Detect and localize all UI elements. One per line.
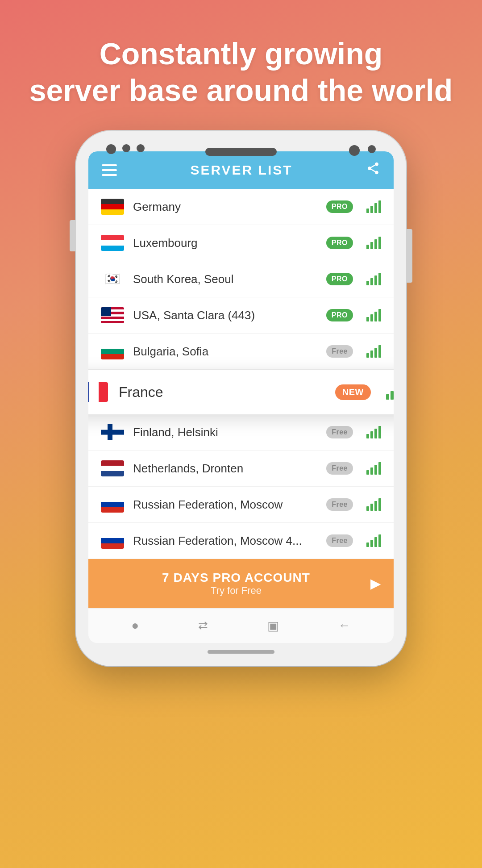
cta-arrow-icon: ▶ (370, 576, 380, 591)
signal-bar-2 (370, 242, 373, 249)
signal-bar-1 (366, 506, 369, 511)
server-item-southkorea[interactable]: South Korea, Seoul PRO (88, 261, 394, 297)
signal-bar-1 (366, 281, 369, 285)
headline-line2: server base around the world (29, 73, 453, 107)
signal-bar-1 (366, 542, 369, 547)
phone-camera (349, 145, 360, 156)
flag-stripe-2 (101, 240, 124, 246)
signal-bar-3 (374, 312, 377, 321)
signal-bar-2 (391, 391, 394, 400)
phone-dot-1 (106, 144, 116, 154)
signal-bar-4 (378, 462, 381, 475)
badge-free-russia2: Free (326, 534, 353, 547)
phone-mockup: SERVER LIST Germany PRO (76, 131, 406, 666)
server-list-title: SERVER LIST (190, 163, 292, 178)
side-button-right (406, 229, 412, 283)
flag-stripe-2 (101, 502, 124, 507)
server-item-russia1[interactable]: Russian Federation, Moscow Free (88, 487, 394, 523)
flag-stripe-2 (101, 538, 124, 543)
badge-pro-germany: PRO (326, 200, 353, 213)
france-popup-inner: France NEW (88, 370, 394, 414)
cta-text-block: 7 DAYS PRO ACCOUNT Try for Free (102, 571, 370, 597)
phone-dot-4 (368, 145, 376, 153)
signal-bar-1 (366, 434, 369, 438)
cta-sub-text: Try for Free (102, 585, 370, 597)
app-header: SERVER LIST (88, 151, 394, 189)
signal-bar-2 (370, 278, 373, 285)
usa-stripe-7 (101, 321, 124, 323)
nav-icon-square[interactable]: ▣ (267, 618, 279, 633)
server-item-germany[interactable]: Germany PRO (88, 189, 394, 225)
fi-cross-h (101, 430, 124, 435)
signal-bar-4 (378, 237, 381, 249)
flag-netherlands (101, 460, 124, 476)
server-name-usa: USA, Santa Clara (443) (133, 309, 317, 322)
signal-bar-3 (374, 348, 377, 358)
bottom-navigation: ● ⇄ ▣ ← (88, 608, 394, 643)
share-icon[interactable] (366, 161, 380, 179)
server-item-usa[interactable]: USA, Santa Clara (443) PRO (88, 297, 394, 334)
server-name-russia2: Russian Federation, Moscow 4... (133, 534, 317, 548)
phone-bottom-bar (88, 650, 394, 654)
nav-icon-back[interactable]: ← (338, 618, 351, 633)
phone-dot-2 (122, 144, 130, 152)
signal-bar-4 (378, 345, 381, 358)
server-item-finland[interactable]: Finland, Helsinki Free (88, 414, 394, 451)
signal-finland (366, 426, 381, 438)
server-name-france: France (119, 384, 324, 401)
signal-bar-3 (374, 429, 377, 438)
badge-free-netherlands: Free (326, 462, 353, 475)
signal-bar-1 (366, 470, 369, 475)
app-screen: SERVER LIST Germany PRO (88, 151, 394, 643)
signal-bar-4 (378, 534, 381, 547)
signal-bar-2 (370, 467, 373, 475)
badge-pro-luxembourg: PRO (326, 237, 353, 249)
badge-free-finland: Free (326, 426, 353, 438)
server-name-luxembourg: Luxembourg (133, 236, 317, 250)
badge-free-bulgaria: Free (326, 345, 353, 358)
hamburger-line-3 (102, 174, 117, 176)
flag-bulgaria (101, 343, 124, 359)
server-name-finland: Finland, Helsinki (133, 426, 317, 439)
signal-bar-2 (370, 431, 373, 438)
server-item-russia2[interactable]: Russian Federation, Moscow 4... Free (88, 523, 394, 559)
signal-russia1 (366, 498, 381, 511)
flag-stripe-2 (89, 382, 98, 402)
flag-stripe-1 (101, 199, 124, 204)
signal-usa (366, 309, 381, 321)
server-name-netherlands: Netherlands, Dronten (133, 462, 317, 476)
server-item-bulgaria[interactable]: Bulgaria, Sofia Free (88, 334, 394, 370)
badge-new-france: NEW (335, 384, 371, 400)
nav-icon-swap[interactable]: ⇄ (198, 618, 208, 633)
france-popup[interactable]: France NEW (88, 370, 394, 414)
server-item-luxembourg[interactable]: Luxembourg PRO (88, 225, 394, 261)
home-indicator (208, 650, 274, 654)
flag-stripe-2 (101, 204, 124, 209)
signal-bar-4 (378, 273, 381, 285)
hamburger-line-2 (102, 169, 117, 171)
menu-button[interactable] (102, 164, 117, 176)
signal-bar-1 (386, 394, 389, 400)
phone-speaker (205, 148, 277, 156)
nav-icon-dot[interactable]: ● (131, 618, 139, 633)
signal-bar-3 (374, 465, 377, 475)
fi-cross-v (108, 424, 112, 440)
phone-body: SERVER LIST Germany PRO (76, 131, 406, 666)
signal-southkorea (366, 273, 381, 285)
flag-stripe-3 (101, 507, 124, 513)
flag-stripe-1 (101, 343, 124, 349)
cta-banner[interactable]: 7 DAYS PRO ACCOUNT Try for Free ▶ (88, 559, 394, 608)
flag-germany (101, 199, 124, 215)
phone-dots-right (349, 145, 376, 156)
signal-bar-3 (374, 275, 377, 285)
signal-bar-4 (378, 498, 381, 511)
server-list-top: Germany PRO Luxem (88, 189, 394, 370)
signal-germany (366, 200, 381, 213)
flag-stripe-2 (101, 349, 124, 354)
page-headline: Constantly growing server base around th… (3, 36, 480, 108)
server-item-netherlands[interactable]: Netherlands, Dronten Free (88, 451, 394, 487)
signal-bar-4 (378, 200, 381, 213)
usa-canton (101, 307, 111, 316)
flag-russia2 (101, 533, 124, 549)
server-name-southkorea: South Korea, Seoul (133, 272, 317, 286)
